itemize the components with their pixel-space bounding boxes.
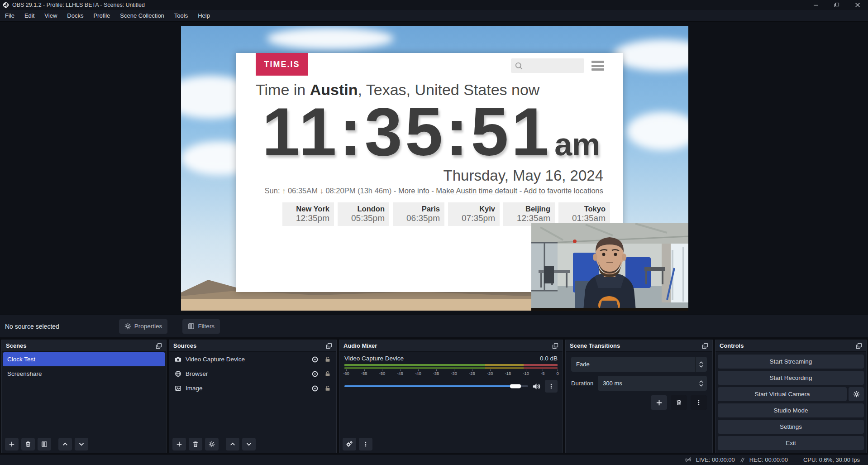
studio-mode-button[interactable]: Studio Mode bbox=[718, 403, 864, 417]
obs-logo-icon bbox=[3, 2, 9, 8]
add-scene-button[interactable] bbox=[5, 438, 19, 451]
close-button[interactable] bbox=[847, 0, 868, 10]
source-list: Video Capture Device Browser Image bbox=[169, 352, 336, 436]
exit-button[interactable]: Exit bbox=[718, 436, 864, 450]
sources-panel: Sources Video Capture Device Browser bbox=[169, 340, 337, 453]
hamburger-menu-icon[interactable] bbox=[591, 61, 604, 71]
speaker-icon[interactable] bbox=[532, 382, 541, 391]
scene-item-clock-test[interactable]: Clock Test bbox=[3, 352, 165, 366]
title-bar: OBS 29.1.2 - Profile: LLHLS BETA - Scene… bbox=[0, 0, 868, 10]
virtual-camera-config-button[interactable] bbox=[849, 387, 864, 401]
clock-time: 11:35:51 bbox=[262, 95, 552, 169]
mixer-channel: Video Capture Device 0.0 dB -60-55-50-45… bbox=[339, 352, 563, 436]
no-source-status: No source selected bbox=[5, 323, 59, 330]
add-transition-button[interactable] bbox=[651, 395, 667, 410]
scene-transitions-panel: Scene Transitions Fade Duration 300 ms bbox=[565, 340, 713, 453]
scene-transitions-title: Scene Transitions bbox=[570, 342, 620, 349]
visibility-eye-icon[interactable] bbox=[311, 385, 319, 392]
date-display: Thursday, May 16, 2024 bbox=[444, 167, 603, 184]
dock-area: Scenes Clock Test Screenshare Sources bbox=[0, 339, 868, 454]
start-recording-button[interactable]: Start Recording bbox=[718, 371, 864, 385]
volume-meter-secondary bbox=[344, 367, 558, 369]
webcam-video bbox=[531, 223, 688, 311]
remove-scene-button[interactable] bbox=[21, 438, 35, 451]
popout-icon[interactable] bbox=[856, 343, 862, 349]
popout-icon[interactable] bbox=[156, 343, 162, 349]
timeis-logo[interactable]: TIME.IS bbox=[256, 53, 308, 76]
visibility-eye-icon[interactable] bbox=[311, 356, 319, 363]
popout-icon[interactable] bbox=[702, 343, 708, 349]
minimize-button[interactable] bbox=[806, 0, 826, 10]
move-scene-up-button[interactable] bbox=[58, 438, 72, 451]
cloud bbox=[267, 28, 394, 49]
mixer-channel-menu-button[interactable] bbox=[545, 380, 558, 393]
properties-button[interactable]: Properties bbox=[119, 319, 168, 334]
menu-help[interactable]: Help bbox=[193, 10, 215, 21]
popout-icon[interactable] bbox=[552, 343, 558, 349]
add-source-button[interactable] bbox=[172, 438, 186, 451]
move-source-down-button[interactable] bbox=[242, 438, 256, 451]
lock-icon[interactable] bbox=[324, 370, 331, 377]
menu-view[interactable]: View bbox=[39, 10, 62, 21]
move-scene-down-button[interactable] bbox=[75, 438, 88, 451]
city-tile[interactable]: London05:35pm bbox=[338, 202, 389, 226]
move-source-up-button[interactable] bbox=[226, 438, 239, 451]
duration-spinner[interactable] bbox=[695, 376, 707, 391]
scene-item-screenshare[interactable]: Screenshare bbox=[3, 367, 165, 381]
restore-button[interactable] bbox=[826, 0, 847, 10]
remove-transition-button[interactable] bbox=[671, 395, 687, 410]
transition-select-spinner[interactable] bbox=[695, 357, 707, 372]
filters-button[interactable]: Filters bbox=[182, 319, 220, 334]
lock-icon[interactable] bbox=[324, 356, 331, 363]
city-tile[interactable]: Paris06:35pm bbox=[393, 202, 444, 226]
add-favorite-link[interactable]: Add to favorite locations bbox=[524, 187, 603, 195]
cloud bbox=[627, 112, 688, 150]
preview-area[interactable]: TIME.IS Time in Austin, Texas, United St… bbox=[0, 22, 868, 315]
window-title: OBS 29.1.2 - Profile: LLHLS BETA - Scene… bbox=[12, 2, 145, 8]
popout-icon[interactable] bbox=[326, 343, 332, 349]
more-info-link[interactable]: More info bbox=[398, 187, 429, 195]
menu-scene-collection[interactable]: Scene Collection bbox=[115, 10, 169, 21]
webcam-overlay[interactable] bbox=[531, 223, 688, 311]
lock-icon[interactable] bbox=[324, 385, 331, 392]
transition-properties-menu-button[interactable] bbox=[691, 395, 707, 410]
gear-icon bbox=[124, 323, 131, 330]
clock-display: 11:35:51 am bbox=[262, 95, 600, 169]
audio-mixer-panel: Audio Mixer Video Capture Device 0.0 dB … bbox=[339, 340, 563, 453]
controls-panel-title: Controls bbox=[720, 342, 744, 349]
volume-slider[interactable] bbox=[344, 385, 528, 387]
advanced-audio-button[interactable] bbox=[343, 438, 356, 451]
filter-icon bbox=[188, 323, 195, 330]
meter-scale: -60-55-50-45-40-35-30-25-20-15-10-50 bbox=[343, 369, 559, 376]
remove-source-button[interactable] bbox=[189, 438, 202, 451]
source-item-image[interactable]: Image bbox=[170, 381, 335, 395]
start-virtual-camera-button[interactable]: Start Virtual Camera bbox=[718, 387, 847, 401]
source-item-browser[interactable]: Browser bbox=[170, 367, 335, 381]
menu-file[interactable]: File bbox=[0, 10, 19, 21]
program-canvas[interactable]: TIME.IS Time in Austin, Texas, United St… bbox=[181, 26, 688, 311]
city-tile[interactable]: Kyiv07:35pm bbox=[448, 202, 500, 226]
source-item-video-capture[interactable]: Video Capture Device bbox=[170, 352, 335, 366]
search-icon bbox=[515, 62, 523, 70]
start-streaming-button[interactable]: Start Streaming bbox=[718, 355, 864, 369]
source-toolbar: No source selected Properties Filters bbox=[0, 315, 868, 337]
globe-icon bbox=[175, 370, 181, 377]
controls-panel: Controls Start Streaming Start Recording… bbox=[715, 340, 867, 453]
visibility-eye-icon[interactable] bbox=[311, 370, 319, 378]
menu-edit[interactable]: Edit bbox=[19, 10, 39, 21]
scenes-panel-title: Scenes bbox=[6, 342, 27, 349]
city-tile[interactable]: New York12:35pm bbox=[282, 202, 334, 226]
search-input[interactable] bbox=[511, 58, 584, 73]
source-properties-button[interactable] bbox=[205, 438, 219, 451]
menu-profile[interactable]: Profile bbox=[88, 10, 115, 21]
scene-filters-button[interactable] bbox=[38, 438, 51, 451]
menu-tools[interactable]: Tools bbox=[169, 10, 193, 21]
settings-button[interactable]: Settings bbox=[718, 420, 864, 434]
rec-inactive-icon bbox=[739, 457, 745, 463]
menu-docks[interactable]: Docks bbox=[62, 10, 88, 21]
mixer-menu-button[interactable] bbox=[359, 438, 372, 451]
duration-input[interactable]: 300 ms bbox=[598, 376, 707, 391]
make-default-link[interactable]: Make Austin time default bbox=[436, 187, 517, 195]
volume-slider-handle[interactable] bbox=[510, 384, 521, 388]
transition-select[interactable]: Fade bbox=[571, 357, 707, 372]
